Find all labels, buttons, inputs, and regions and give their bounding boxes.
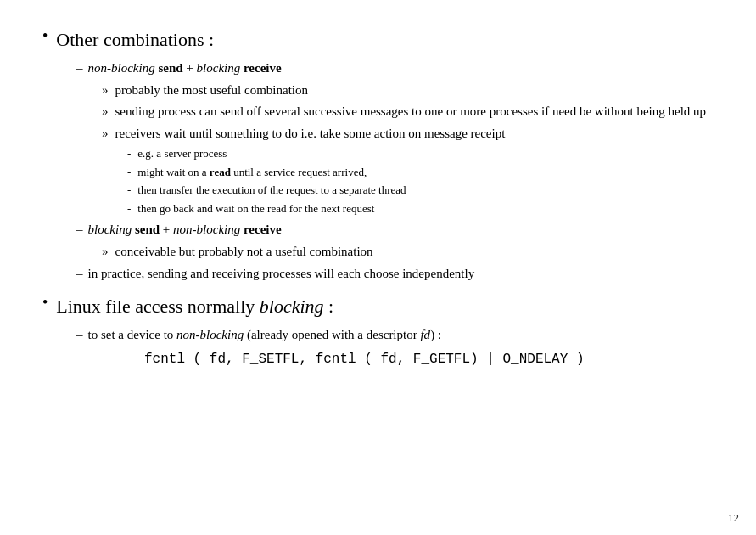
bullet1-text: Other combinations : xyxy=(56,25,214,54)
code-line: fcntl ( fd, F_SETFL, fcntl ( fd, F_GETFL… xyxy=(144,349,714,369)
sub1-label1: non-blocking xyxy=(88,61,155,75)
bullet2-sub1-text: to set a device to non-blocking (already… xyxy=(88,325,442,345)
slide-content: • Other combinations : – non-blocking se… xyxy=(0,0,756,395)
sub1-point1: » probably the most useful combination xyxy=(102,81,714,100)
sub-point4-text: then go back and wait on the read for th… xyxy=(137,200,374,217)
sub-point1-text: e.g. a server process xyxy=(137,145,227,162)
sub2-label2: send xyxy=(135,222,160,236)
code-text: fcntl ( fd, F_SETFL, fcntl ( fd, F_GETFL… xyxy=(144,352,584,367)
sub-point4: - then go back and wait on the read for … xyxy=(127,200,714,217)
page-number: 12 xyxy=(728,511,739,525)
bullet1: • Other combinations : xyxy=(42,25,714,54)
sub1-label4: receive xyxy=(244,61,282,75)
sub3-text: in practice, sending and receiving proce… xyxy=(88,264,475,284)
sub-point1: - e.g. a server process xyxy=(127,145,714,162)
sub2-label1: blocking xyxy=(88,222,132,236)
sub2-header: – blocking send + non-blocking receive xyxy=(76,220,714,239)
sub-point2: - might wait on a read until a service r… xyxy=(127,164,714,181)
sub1-point2: » sending process can send off several s… xyxy=(102,102,714,121)
sub1-point1-text: probably the most useful combination xyxy=(115,81,308,100)
sub1-header: – non-blocking send + blocking receive xyxy=(76,59,714,78)
sub-point2-text: might wait on a read until a service req… xyxy=(137,164,367,181)
sub-point3-text: then transfer the execution of the reque… xyxy=(137,182,406,199)
sub2-label4: receive xyxy=(244,222,282,236)
sub1-point3: » receivers wait until something to do i… xyxy=(102,124,714,144)
sub2-point1-text: conceivable but probably not a useful co… xyxy=(115,242,373,262)
sub2-point1: » conceivable but probably not a useful … xyxy=(102,242,714,262)
sub1-label3: blocking xyxy=(197,61,241,75)
sub1-label2: send xyxy=(158,61,182,75)
bullet2-text: Linux file access normally blocking : xyxy=(56,292,333,320)
bullet-dot-2: • xyxy=(42,291,48,314)
bullet-dot-1: • xyxy=(42,25,48,48)
sub1-point3-text: receivers wait until something to do i.e… xyxy=(115,124,506,144)
sub-point3: - then transfer the execution of the req… xyxy=(127,182,714,199)
sub3-header: – in practice, sending and receiving pro… xyxy=(76,264,714,284)
bullet2-sub1: – to set a device to non-blocking (alrea… xyxy=(76,325,714,345)
bullet2: • Linux file access normally blocking : xyxy=(42,292,714,320)
sub2-label3: non-blocking xyxy=(173,222,240,236)
sub1-point2-text: sending process can send off several suc… xyxy=(115,102,707,121)
